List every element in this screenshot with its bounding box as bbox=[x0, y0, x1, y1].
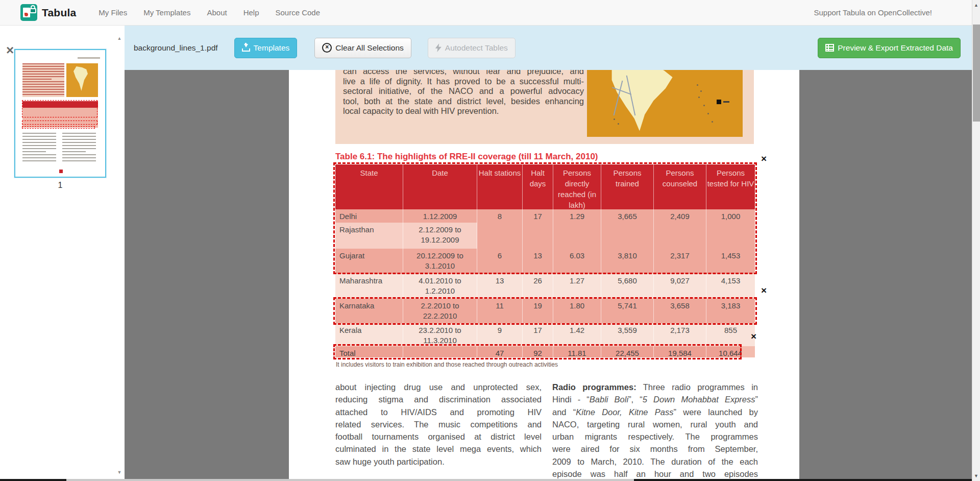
preview-export-button[interactable]: Preview & Export Extracted Data bbox=[818, 38, 961, 58]
selection-2-close-icon[interactable]: × bbox=[761, 286, 767, 295]
pdf-viewer: can access the services, without fear an… bbox=[125, 70, 972, 479]
sidebar-scrollbar: ▲ ▼ bbox=[115, 26, 124, 479]
table-row: Kerala23.2.2010 to11.3.20109171.423,5592… bbox=[335, 323, 755, 346]
sidebar: × 1 ▲ ▼ bbox=[0, 26, 125, 479]
horizontal-scrollbar-track[interactable] bbox=[66, 479, 634, 481]
table-cell: Kerala bbox=[335, 323, 403, 346]
text-line: Hindi - “Babli Boli”, “5 Down Mohabbat E… bbox=[552, 393, 758, 405]
table-cell: 5,680 bbox=[601, 274, 654, 299]
table-cell: 13 bbox=[477, 274, 523, 299]
text-line: related services. The music competitions… bbox=[335, 418, 542, 430]
brand-name: Tabula bbox=[42, 7, 76, 19]
scroll-down-icon[interactable]: ▼ bbox=[972, 473, 980, 478]
text-line: reducing stigma and discrimination assoc… bbox=[335, 393, 542, 405]
text-line: sectoral initiative, of the NACO and a p… bbox=[343, 86, 584, 97]
support-link[interactable]: Support Tabula on OpenCollective! bbox=[814, 8, 932, 17]
scroll-up-icon[interactable]: ▲ bbox=[972, 3, 980, 8]
table-cell: 4,153 bbox=[706, 274, 755, 299]
clear-circle-x-icon: × bbox=[322, 43, 332, 53]
thumb-header-line bbox=[78, 57, 100, 59]
thumb-text-block bbox=[22, 63, 64, 97]
table-cell: 1.42 bbox=[553, 323, 601, 346]
text-line: urban migrants respectively. The program… bbox=[552, 430, 758, 443]
text-line: about injecting drug use and unprotected… bbox=[335, 381, 542, 393]
body-text-left-column: about injecting drug use and unprotected… bbox=[335, 381, 542, 468]
text-line: episode was half an hour and two episode… bbox=[552, 468, 758, 479]
sidebar-scroll-down-icon[interactable]: ▼ bbox=[115, 470, 124, 475]
thumb-left-column bbox=[22, 133, 56, 164]
text-line: Radio programmes: Three radio programmes… bbox=[552, 381, 758, 393]
lightning-icon bbox=[435, 43, 442, 52]
save-template-icon bbox=[242, 44, 250, 52]
info-box-text: can access the services, without fear an… bbox=[343, 70, 584, 116]
selection-3-close-icon[interactable]: × bbox=[751, 332, 756, 341]
text-line: live a life of dignity. It has proved to… bbox=[343, 77, 584, 87]
text-line: football tournaments organised at distri… bbox=[335, 430, 542, 443]
text-line: can access the services, without fear an… bbox=[343, 70, 584, 77]
page-number: 1 bbox=[14, 181, 106, 190]
horizontal-scrollbar bbox=[0, 479, 980, 481]
page-thumbnail[interactable] bbox=[14, 49, 106, 178]
table-cell: 9 bbox=[477, 323, 523, 346]
table-cell: 3,559 bbox=[601, 323, 654, 346]
selection-box-2[interactable] bbox=[333, 297, 757, 325]
sidebar-scroll-up-icon[interactable]: ▲ bbox=[115, 36, 124, 41]
thumb-right-column bbox=[62, 133, 96, 164]
india-map-image bbox=[587, 70, 743, 137]
selection-box-1[interactable] bbox=[333, 162, 757, 274]
table-cell: 2,173 bbox=[654, 323, 706, 346]
brand[interactable]: Tabula bbox=[20, 4, 76, 21]
text-line: 2009 to March, 2010. The duration of the… bbox=[552, 455, 758, 468]
text-line: saw huge youth participation. bbox=[335, 455, 542, 468]
templates-button[interactable]: Templates bbox=[234, 38, 298, 58]
thumb-map bbox=[66, 63, 98, 97]
nav-item-my-templates[interactable]: My Templates bbox=[135, 1, 199, 25]
table-cell: 17 bbox=[523, 323, 553, 346]
thumb-table bbox=[22, 101, 98, 128]
table-cell: 855 bbox=[706, 323, 755, 346]
toolbar: background_lines_1.pdf Templates × Clear… bbox=[125, 26, 972, 70]
table-cell: 9,027 bbox=[654, 274, 706, 299]
nav-links: My Files My Templates About Help Source … bbox=[90, 1, 328, 25]
app-area: × 1 ▲ ▼ background_lines_1.pdf Templates bbox=[0, 26, 972, 479]
table-title: Table 6.1: The highlights of RRE-II cove… bbox=[335, 152, 598, 162]
text-line: tool, both at the state and district lev… bbox=[343, 97, 584, 107]
map-legend-swatch bbox=[717, 100, 721, 104]
remove-page-icon[interactable]: × bbox=[6, 45, 14, 55]
table-cell: 4.01.2010 to1.2.2010 bbox=[403, 274, 477, 299]
unselected-sliver bbox=[742, 346, 755, 357]
nav-item-my-files[interactable]: My Files bbox=[90, 1, 135, 25]
table-footnote: It includes visitors to train exhibition… bbox=[336, 361, 558, 368]
pdf-filename: background_lines_1.pdf bbox=[134, 43, 218, 53]
pdf-page[interactable]: can access the services, without fear an… bbox=[289, 70, 799, 479]
selection-box-3[interactable] bbox=[333, 344, 742, 359]
table-cell: 23.2.2010 to11.3.2010 bbox=[403, 323, 477, 346]
thumb-page-mark bbox=[59, 170, 63, 173]
text-line: were aired for six months from September… bbox=[552, 443, 758, 455]
navbar: Tabula My Files My Templates About Help … bbox=[0, 0, 972, 26]
selection-1-close-icon[interactable]: × bbox=[761, 155, 767, 163]
map-legend-label bbox=[723, 101, 729, 103]
text-line: NACO, targeting rural women, rural youth… bbox=[552, 418, 758, 430]
scrollbar-thumb[interactable] bbox=[973, 25, 980, 122]
nav-item-source-code[interactable]: Source Code bbox=[267, 1, 329, 25]
text-line: local capacity to deal with HIV preventi… bbox=[343, 106, 584, 116]
body-text-right-column: Radio programmes: Three radio programmes… bbox=[552, 381, 758, 479]
table-cell: 26 bbox=[523, 274, 553, 299]
clear-all-selections-button[interactable]: × Clear All Selections bbox=[314, 38, 411, 58]
text-line: attached to HIV/AIDS and promoting HIV bbox=[335, 406, 542, 418]
nav-item-help[interactable]: Help bbox=[235, 1, 267, 25]
table-cell: Maharashtra bbox=[335, 274, 403, 299]
table-row: Maharashtra4.01.2010 to1.2.201013261.275… bbox=[335, 274, 755, 299]
autodetect-tables-button[interactable]: Autodetect Tables bbox=[428, 38, 516, 58]
nav-item-about[interactable]: About bbox=[199, 1, 235, 25]
text-line: culminated in the state level mega event… bbox=[335, 443, 542, 455]
window-scrollbar: ▲ ▼ bbox=[972, 0, 980, 481]
tabula-logo-icon bbox=[20, 4, 37, 21]
table-grid-icon bbox=[825, 44, 834, 52]
table-cell: 1.27 bbox=[553, 274, 601, 299]
text-line: and “Kitne Door, Kitne Pass” were launch… bbox=[552, 406, 758, 418]
